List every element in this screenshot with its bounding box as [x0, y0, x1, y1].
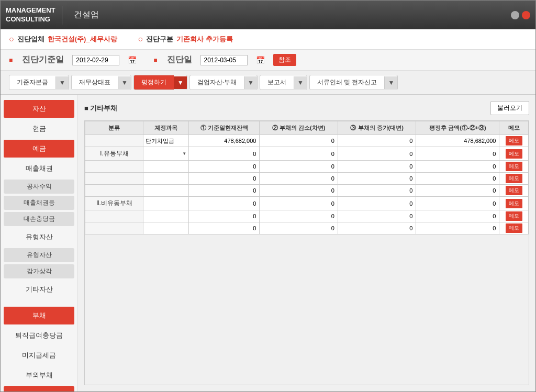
cell-col3-4[interactable]: 0 — [338, 185, 416, 197]
cell-col4-0[interactable]: 478,682,000 — [416, 135, 499, 147]
sidebar-item-cash[interactable]: 현금 — [4, 120, 74, 138]
sidebar-item-other-liabilities[interactable]: 기타부채 — [4, 386, 74, 391]
memo-button-5[interactable]: 메모 — [506, 199, 522, 208]
sidebar-item-other-assets[interactable]: 기타자산 — [4, 281, 74, 298]
diag-date-input[interactable] — [200, 55, 248, 65]
cell-col2-5[interactable]: 0 — [260, 197, 338, 210]
sidebar-item-unpaid-tax[interactable]: 미지급세금 — [4, 346, 74, 364]
sidebar-item-retirement-fund[interactable]: 퇴직급여충당금 — [4, 327, 74, 344]
cell-col2-2[interactable]: 0 — [260, 161, 338, 173]
cell-col1-0[interactable]: 478,682,000 — [189, 135, 260, 147]
cell-account-0: 단기차입금 — [143, 135, 189, 147]
tab-financial-statement-arrow[interactable]: ▼ — [118, 76, 131, 89]
date-bar: ■ 진단기준일 📅 ■ 진단일 📅 참조 — [1, 50, 535, 71]
cell-col1-3[interactable]: 0 — [189, 173, 260, 185]
memo-button-1[interactable]: 메모 — [506, 149, 522, 159]
cell-col3-7[interactable]: 0 — [338, 222, 416, 234]
cell-account-1[interactable]: ▼ — [143, 147, 189, 161]
tab-financial-statement[interactable]: 재무상태표 ▼ — [71, 75, 131, 90]
section-header: 기타부채 불러오기 — [84, 101, 529, 115]
bullet-icon: ○ — [9, 35, 14, 44]
tab-rating[interactable]: 평정하기 ▼ — [133, 75, 187, 90]
cell-category-1: Ⅰ.유동부채 — [85, 147, 143, 161]
sidebar-item-construction-revenue[interactable]: 공사수익 — [4, 180, 74, 194]
memo-button-4[interactable]: 메모 — [506, 186, 522, 195]
memo-button-7[interactable]: 메모 — [506, 223, 522, 233]
cell-col3-6[interactable]: 0 — [338, 210, 416, 222]
cell-col4-1[interactable]: 0 — [416, 147, 499, 161]
reference-button[interactable]: 참조 — [273, 54, 296, 66]
cell-col3-5[interactable]: 0 — [338, 197, 416, 210]
cell-col1-5[interactable]: 0 — [189, 197, 260, 210]
memo-button-0[interactable]: 메모 — [506, 136, 522, 145]
base-date-calendar-icon[interactable]: 📅 — [128, 56, 137, 64]
main-content: 자산 현금 예금 매출채권 공사수익 매출채권등 대손충당금 유형자산 유형자산… — [1, 95, 535, 391]
tab-base-capital-arrow[interactable]: ▼ — [55, 76, 69, 89]
cell-col2-6[interactable]: 0 — [260, 210, 338, 222]
base-date-bullet: ■ — [9, 57, 13, 64]
tab-assets-liabilities-arrow[interactable]: ▼ — [244, 76, 257, 89]
cell-category-4 — [85, 185, 143, 197]
cell-col2-3[interactable]: 0 — [260, 173, 338, 185]
base-date-input[interactable] — [72, 55, 119, 65]
tab-print-submit-arrow[interactable]: ▼ — [384, 76, 397, 89]
info-bar: ○ 진단업체 한국건설(주)_세무사랑 ○ 진단구분 기존회사 추가등록 — [1, 29, 535, 50]
cell-col3-0[interactable]: 0 — [338, 135, 416, 147]
sidebar-item-tangible-assets-sub[interactable]: 유형자산 — [4, 248, 74, 262]
cell-col2-7[interactable]: 0 — [260, 222, 338, 234]
minimize-button[interactable] — [511, 11, 519, 19]
cell-col4-5[interactable]: 0 — [416, 197, 499, 210]
tab-report[interactable]: 보고서 ▼ — [260, 75, 307, 90]
sidebar-item-off-balance[interactable]: 부외부채 — [4, 366, 74, 384]
cell-account-7 — [143, 222, 189, 234]
sidebar-item-deposits[interactable]: 예금 — [4, 140, 74, 158]
dropdown-arrow-icon[interactable]: ▼ — [182, 151, 186, 156]
cell-col2-4[interactable]: 0 — [260, 185, 338, 197]
diag-date-bullet: ■ — [153, 57, 157, 64]
cell-col2-1[interactable]: 0 — [260, 147, 338, 161]
data-table-wrapper: 분류 계정과목 ① 기준일현재잔액 ② 부채의 감소(차변) ③ 부채의 증가(… — [84, 120, 529, 385]
cell-col1-7[interactable]: 0 — [189, 222, 260, 234]
sidebar-item-tangible-assets[interactable]: 유형자산 — [4, 228, 74, 246]
sidebar-item-depreciation[interactable]: 감가상각 — [4, 264, 74, 278]
col-header-increase: ③ 부채의 증가(대변) — [338, 121, 416, 135]
sidebar-item-receivables-etc[interactable]: 매출채권등 — [4, 196, 74, 210]
cell-col1-1[interactable]: 0 — [189, 147, 260, 161]
sidebar-item-receivables[interactable]: 매출채권 — [4, 160, 74, 177]
cell-memo-5: 메모 — [499, 197, 529, 210]
title-divider — [62, 6, 62, 25]
tab-rating-arrow[interactable]: ▼ — [174, 76, 187, 89]
memo-button-6[interactable]: 메모 — [506, 211, 522, 221]
sidebar-item-assets[interactable]: 자산 — [4, 100, 74, 118]
cell-account-3 — [143, 173, 189, 185]
cell-col3-2[interactable]: 0 — [338, 161, 416, 173]
content-area: 기타부채 불러오기 분류 계정과목 ① 기준일현재잔액 ② 부채의 감소(차변)… — [78, 95, 535, 391]
close-button[interactable] — [522, 11, 530, 19]
cell-col4-3[interactable]: 0 — [416, 173, 499, 185]
section-title: 기타부채 — [84, 104, 117, 113]
bullet-icon2: ○ — [138, 35, 143, 44]
tab-base-capital[interactable]: 기준자본금 ▼ — [9, 75, 69, 90]
cell-col4-7[interactable]: 0 — [416, 222, 499, 234]
cell-col4-2[interactable]: 0 — [416, 161, 499, 173]
memo-button-3[interactable]: 메모 — [506, 174, 522, 183]
cell-col1-4[interactable]: 0 — [189, 185, 260, 197]
cell-col1-2[interactable]: 0 — [189, 161, 260, 173]
memo-button-2[interactable]: 메모 — [506, 162, 522, 171]
sidebar-item-bad-debt[interactable]: 대손충당금 — [4, 212, 74, 226]
diag-date-calendar-icon[interactable]: 📅 — [256, 56, 265, 64]
load-button[interactable]: 불러오기 — [490, 101, 529, 115]
table-row: Ⅰ.유동부채▼0000메모 — [85, 147, 529, 161]
cell-col3-1[interactable]: 0 — [338, 147, 416, 161]
cell-col4-6[interactable]: 0 — [416, 210, 499, 222]
cell-account-6 — [143, 210, 189, 222]
cell-col2-0[interactable]: 0 — [260, 135, 338, 147]
cell-col4-4[interactable]: 0 — [416, 185, 499, 197]
tab-print-submit[interactable]: 서류인쇄 및 전자신고 ▼ — [309, 75, 398, 90]
sidebar-item-liabilities[interactable]: 부채 — [4, 307, 74, 324]
cell-col1-6[interactable]: 0 — [189, 210, 260, 222]
tab-assets-liabilities[interactable]: 검업자산·부채 ▼ — [189, 75, 258, 90]
cell-col3-3[interactable]: 0 — [338, 173, 416, 185]
tab-report-arrow[interactable]: ▼ — [294, 76, 307, 89]
window-controls — [511, 11, 530, 19]
